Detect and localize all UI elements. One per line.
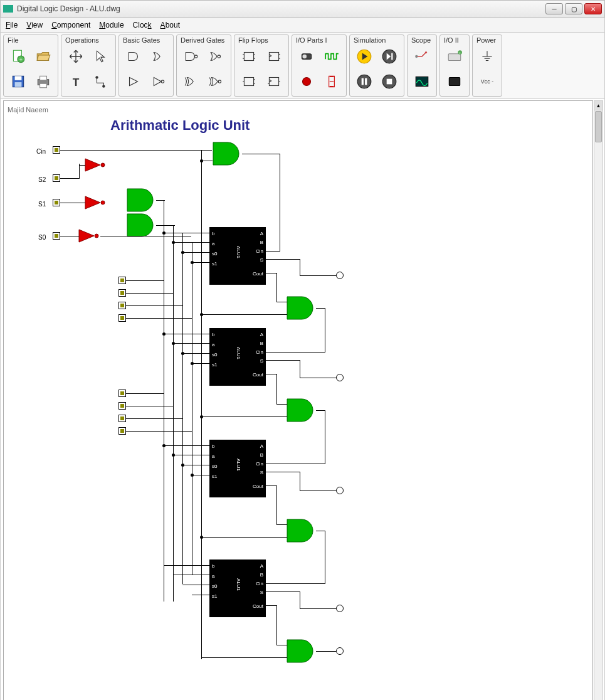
output-1[interactable] xyxy=(336,272,344,279)
not-gate-3[interactable] xyxy=(78,228,100,243)
svg-point-11 xyxy=(102,85,105,87)
alu-chip-2[interactable]: b a s0 s1 A B Cin S Cout ALU1 xyxy=(209,328,266,386)
close-button[interactable]: ✕ xyxy=(584,3,602,14)
port-cin[interactable] xyxy=(53,146,60,154)
print-button[interactable] xyxy=(31,70,55,93)
pause-button[interactable] xyxy=(352,70,376,93)
port-s2[interactable] xyxy=(53,174,60,182)
wire xyxy=(266,472,300,472)
group-ff-label: Flip Flops xyxy=(237,36,286,45)
data-port-6[interactable] xyxy=(118,402,126,410)
and-gate-4[interactable] xyxy=(286,295,317,321)
vertical-scrollbar[interactable]: ▲ ▼ xyxy=(594,100,603,700)
nor-gate-button[interactable] xyxy=(204,45,228,68)
seven-seg-button[interactable] xyxy=(320,70,344,93)
output-3[interactable] xyxy=(336,487,344,494)
scroll-thumb[interactable] xyxy=(595,111,602,142)
led-button[interactable] xyxy=(295,70,318,93)
wire xyxy=(126,418,182,419)
switch-button[interactable] xyxy=(295,45,318,68)
menu-view[interactable]: View xyxy=(26,21,43,29)
data-port-7[interactable] xyxy=(118,415,126,422)
sr-flipflop-button[interactable] xyxy=(262,70,286,93)
ground-button[interactable] xyxy=(475,45,499,68)
port-s1[interactable] xyxy=(53,199,60,206)
probe-button[interactable] xyxy=(410,45,434,68)
menu-module[interactable]: Module xyxy=(99,21,124,29)
keyboard-button[interactable]: + xyxy=(443,45,466,68)
wire xyxy=(164,334,209,334)
alu-chip-4[interactable]: b a s0 s1 A B Cin S Cout ALU1 xyxy=(209,559,266,617)
and-gate-6[interactable] xyxy=(286,518,317,543)
junction xyxy=(200,415,203,418)
text-tool-button[interactable]: T xyxy=(64,70,88,93)
data-port-5[interactable] xyxy=(118,390,126,397)
clock-signal-button[interactable] xyxy=(320,45,344,68)
d-flipflop-button[interactable] xyxy=(237,45,261,68)
move-tool-button[interactable] xyxy=(64,45,88,68)
jk-flipflop-button[interactable] xyxy=(262,45,286,68)
svg-rect-49 xyxy=(448,54,461,61)
wire xyxy=(266,251,280,252)
step-button[interactable] xyxy=(377,45,401,68)
alu-chip-1[interactable]: b a s0 s1 A B Cin S Cout ALU1 xyxy=(209,227,266,285)
wire xyxy=(100,236,191,236)
data-port-4[interactable] xyxy=(118,314,126,322)
wire xyxy=(173,575,209,575)
play-button[interactable] xyxy=(352,45,376,68)
alu-chip-3[interactable]: b a s0 s1 A B Cin S Cout ALU1 xyxy=(209,440,266,497)
buffer-button[interactable] xyxy=(122,70,145,93)
and-gate-5[interactable] xyxy=(286,398,317,423)
svg-point-32 xyxy=(303,55,307,59)
output-4[interactable] xyxy=(336,605,344,612)
menu-file[interactable]: File xyxy=(6,21,18,29)
maximize-button[interactable]: ▢ xyxy=(565,3,582,14)
or-gate-button[interactable] xyxy=(147,45,171,68)
data-port-8[interactable] xyxy=(118,427,126,435)
wire xyxy=(266,464,325,464)
and-gate-3[interactable] xyxy=(212,141,243,166)
wire-tool-button[interactable] xyxy=(89,70,113,93)
data-port-3[interactable] xyxy=(118,302,126,309)
menu-about[interactable]: About xyxy=(160,21,180,29)
circuit-canvas[interactable]: Majid Naeem Arithmatic Logic Unit Cin S2… xyxy=(3,100,593,700)
select-tool-button[interactable] xyxy=(89,45,113,68)
vcc-button[interactable]: Vcc - xyxy=(475,70,499,93)
nand-gate-button[interactable] xyxy=(179,45,203,68)
menu-component[interactable]: Component xyxy=(51,21,90,29)
minimize-button[interactable]: ─ xyxy=(545,3,563,14)
display-button[interactable] xyxy=(443,70,466,93)
stop-button[interactable] xyxy=(377,70,401,93)
save-file-button[interactable] xyxy=(6,70,30,93)
wire xyxy=(182,585,209,585)
not-gate-2[interactable] xyxy=(84,195,107,210)
new-file-button[interactable]: + xyxy=(6,45,30,68)
oscilloscope-button[interactable] xyxy=(410,70,434,93)
junction xyxy=(181,251,184,254)
svg-rect-16 xyxy=(244,53,253,61)
group-power-label: Power xyxy=(475,36,499,45)
not-gate-button[interactable] xyxy=(147,70,171,93)
data-port-1[interactable] xyxy=(118,277,126,284)
and-gate-1[interactable] xyxy=(126,188,157,213)
and-gate-2[interactable] xyxy=(126,213,157,238)
wire xyxy=(173,343,209,344)
group-file-label: File xyxy=(6,36,55,45)
open-file-button[interactable] xyxy=(31,45,55,68)
svg-text:T: T xyxy=(73,76,80,88)
and-gate-button[interactable] xyxy=(122,45,145,68)
data-port-2[interactable] xyxy=(118,289,126,297)
menu-clock[interactable]: Clock xyxy=(133,21,152,29)
output-5[interactable] xyxy=(336,647,344,655)
xor-gate-button[interactable] xyxy=(179,70,203,93)
scroll-up-icon[interactable]: ▲ xyxy=(594,101,602,110)
t-flipflop-button[interactable] xyxy=(237,70,261,93)
group-operations-label: Operations xyxy=(64,36,113,45)
output-2[interactable] xyxy=(336,374,344,381)
xnor-gate-button[interactable] xyxy=(204,70,228,93)
not-gate-1[interactable] xyxy=(84,157,107,172)
wire xyxy=(276,302,287,302)
port-s0[interactable] xyxy=(53,232,60,240)
and-gate-7[interactable] xyxy=(286,639,317,664)
wire xyxy=(201,314,287,315)
